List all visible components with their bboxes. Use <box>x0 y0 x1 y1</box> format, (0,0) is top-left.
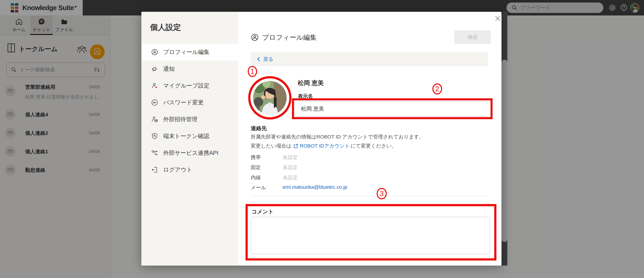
person-circle-icon <box>151 49 158 56</box>
settings-menu: 個人設定 プロフィール編集 通知 <box>142 12 238 265</box>
menu-item-device-token[interactable]: 端末トークン確認 <box>142 128 238 145</box>
divider <box>251 196 488 196</box>
annotation-ring-avatar <box>248 76 292 119</box>
shield-key-icon <box>151 132 158 140</box>
contact-row-label: 携帯 <box>251 154 261 161</box>
close-icon[interactable] <box>494 15 501 22</box>
annotation-number-2: 2 <box>432 83 442 94</box>
menu-item-label: パスワード変更 <box>163 99 204 106</box>
settings-title: 個人設定 <box>150 22 181 33</box>
logout-icon <box>151 166 158 173</box>
menu-item-external-invite[interactable]: 外部招待管理 <box>142 111 238 128</box>
annotation-number-1: 1 <box>248 66 257 77</box>
menu-item-label: ログアウト <box>163 166 192 174</box>
app-root: Knowledge Suite⁺ <box>0 0 644 278</box>
menu-item-password[interactable]: パスワード変更 <box>142 94 238 111</box>
modal-scrollbar-thumb[interactable] <box>502 60 507 242</box>
key-icon <box>151 99 158 106</box>
menu-item-label: 端末トークン確認 <box>163 132 209 140</box>
desc2-suffix: にて変更ください。 <box>350 143 396 150</box>
menu-item-label: 外部招待管理 <box>163 115 198 123</box>
back-button[interactable]: 戻る <box>251 52 488 66</box>
personal-settings-modal: 個人設定 プロフィール編集 通知 <box>142 12 502 265</box>
panel-header: プロフィール編集 <box>251 31 317 44</box>
back-label: 戻る <box>263 56 273 63</box>
contact-row-label: 内線 <box>251 174 261 181</box>
api-link-icon <box>151 150 158 157</box>
profile-edit-panel: プロフィール編集 保存 戻る <box>238 12 502 265</box>
annotation-rect-comment <box>246 204 496 260</box>
person-circle-icon <box>251 33 259 41</box>
contact-row-label: 固定 <box>251 164 261 171</box>
menu-item-logout[interactable]: ログアウト <box>142 161 238 178</box>
robot-id-link[interactable]: ROBOT IDアカウント <box>300 143 350 150</box>
desc2-prefix: 変更したい場合は <box>251 143 292 150</box>
contact-description-2: 変更したい場合は ROBOT IDアカウント にて変更ください。 <box>251 143 396 150</box>
panel-title: プロフィール編集 <box>262 33 317 42</box>
menu-item-profile-edit[interactable]: プロフィール編集 <box>142 44 238 61</box>
menu-item-label: 外部サービス連携API <box>163 149 218 157</box>
contact-row-value: 未設定 <box>282 174 298 181</box>
menu-item-label: プロフィール編集 <box>163 48 210 56</box>
menu-item-my-group[interactable]: マイグループ設定 <box>142 77 238 94</box>
contact-row-value: 未設定 <box>282 164 298 171</box>
profile-name: 松岡 恵美 <box>298 79 324 87</box>
contact-heading: 連絡先 <box>251 125 267 132</box>
annotation-number-3: 3 <box>377 188 387 199</box>
external-link-icon <box>293 143 298 149</box>
contact-description: 所属先部署や連絡先の情報はROBOT ID アカウントで管理されております。 <box>251 133 424 140</box>
menu-item-label: マイグループ設定 <box>163 82 210 90</box>
save-button[interactable]: 保存 <box>454 30 491 44</box>
menu-item-label: 通知 <box>163 65 174 73</box>
menu-item-external-api[interactable]: 外部サービス連携API <box>142 145 238 161</box>
contact-row-label: メール <box>251 184 266 191</box>
chevron-left-icon <box>256 57 261 62</box>
contact-email-link[interactable]: emi.matsuoka@bluetec.co.jp <box>282 184 347 190</box>
menu-item-notifications[interactable]: 通知 <box>142 61 238 77</box>
person-heart-icon <box>151 82 158 89</box>
contact-row-value: 未設定 <box>282 154 298 161</box>
annotation-rect-display-name <box>292 98 492 119</box>
person-mail-icon <box>151 116 158 123</box>
megaphone-icon <box>151 65 158 72</box>
